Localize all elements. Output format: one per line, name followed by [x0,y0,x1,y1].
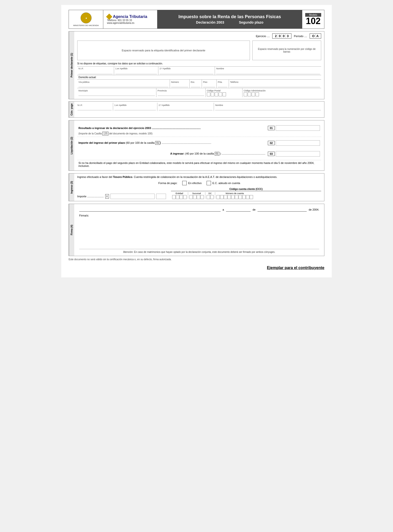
header: ⚜ MINISTERIO DE HACIENDA Agencia Tributa… [69,10,324,29]
ingreso-section: Ingreso (3) Ingreso efectuado a favor de… [69,173,324,201]
conyuge-nombre-input[interactable] [215,106,321,110]
title-declaracion: Declaración 2003 [196,20,224,24]
provincia-label: Provincia [158,89,167,92]
piso-input[interactable] [203,83,215,87]
municipio-input[interactable] [78,92,155,96]
liquidacion-row2: Importe del ingreso del primer plazo (60… [77,137,321,149]
ccc-s1 [189,195,193,199]
nombre-input[interactable] [216,70,320,74]
numero-label: Número [171,81,179,83]
primer-declarante-section: Primer declarante (1) Ejercicio .... 2 0… [69,31,324,99]
ccc-n9 [246,195,249,199]
agencia-web: www.agenciatributaria.es [107,22,134,24]
nombre-cell: Nombre [215,67,321,75]
casilla-135-ref: 135 [102,132,108,135]
firma-de-label: de [253,208,256,211]
liq-casilla-01: 01 [268,125,320,131]
liq-a-ingresar: A ingresar: [170,152,184,155]
nif-row: N.I.F. 1.er Apellido 2.º Apellido Nombre [77,66,321,75]
apellido2-cell: 2.º Apellido [158,67,215,75]
via-input[interactable] [78,83,168,87]
casilla-01-num: 01 [268,126,275,130]
conyuge-content: N.I.F. 1.er Apellido 2.º Apellido Nombre [74,101,324,117]
provincia-input[interactable] [158,92,204,96]
efectivo-checkbox[interactable] [182,181,187,185]
conyuge-ap2-cell: 2.º Apellido [157,103,214,111]
telefono-input[interactable] [230,83,320,87]
ccc-dc-label: DC [209,192,212,195]
importe-input[interactable] [110,194,155,199]
liq-row1-text: Resultado a ingresar de la declaración d… [78,127,268,129]
casilla-01-ref-row2: 01 [155,141,160,145]
modelo-block: Modelo 102 [302,10,324,29]
nif-input[interactable] [78,70,113,74]
ec-label: E.C. adeudo en cuenta [212,182,240,185]
conyuge-ap1-cell: 1.er Apellido [113,103,157,111]
etiqueta-box: Espacio reservado para la etiqueta ident… [77,41,250,60]
casilla-02-input[interactable] [276,140,320,146]
casilla-03-input[interactable] [276,151,320,157]
nombre-label: Nombre [216,67,320,70]
ccc-sucursal-boxes [189,195,204,199]
liq-row1-note: (Importe de la Casilla 135 del documento… [78,132,320,135]
ec-checkbox[interactable] [207,181,211,185]
via-row: Vía pública Número Esc. Piso Prta. [77,79,321,88]
ministerio-logo: ⚜ MINISTERIO DE HACIENDA [69,10,103,29]
modelo-number: 102 [306,17,320,26]
domicilio-label: Domicilio actual: [77,75,321,79]
importe-group: Importe ...................... I [77,194,166,199]
prta-cell: Prta. [217,80,229,88]
conyuge-ap2-input[interactable] [159,106,212,110]
periodo-char-2: A [316,34,319,38]
ingreso-label: Ingreso (3) [69,173,74,201]
ingreso-text: Ingreso efectuado a favor del Tesoro Púb… [77,175,321,178]
ccc-n2 [220,195,224,199]
casilla-01-input[interactable] [276,125,320,131]
barcode-text: Espacio reservado para la numeración por… [255,48,318,53]
escudo-icon: ⚜ [80,12,92,24]
ccc-n7 [239,195,242,199]
ccc-e4 [183,195,187,199]
ejercicio-digit-2: 0 [278,34,282,38]
casilla-03-num: 03 [268,152,275,156]
telefono-cell: Teléfono [229,80,321,88]
periodo-box: O A [310,33,321,39]
sin-etiqueta-text: Si no dispone de etiquetas, consigne los… [77,62,321,65]
firma-lugar-line [79,208,221,212]
esc-cell: Esc. [190,80,202,88]
conyuge-ap1-input[interactable] [114,106,156,110]
liq-row3-text: A ingresar: (40 por 100 de la casilla 01… [78,152,268,156]
firma-de2004-label: de 2004. [309,208,319,211]
liq-casilla-02: 02 [268,140,320,146]
footer-exemplar: Ejemplar para el contribuyente [69,266,324,270]
numero-input[interactable] [171,83,188,87]
via-label: Vía pública [78,81,90,83]
conyuge-nif-input[interactable] [77,106,112,110]
ccc-sub: Entidad Sucursal [171,192,321,199]
ccc-entidad: Entidad [171,192,188,199]
firma-s-label: Firma/s: [79,214,319,217]
ec-option[interactable]: E.C. adeudo en cuenta [207,181,240,185]
ejercicio-label: Ejercicio .... [256,35,270,38]
municipio-cell: Municipio [77,88,156,97]
liquidacion-label: Liquidación (2) [69,120,74,171]
ccc-n5 [231,195,235,199]
ccc-n10 [250,195,253,199]
conyuge-nif-label: N.I.F. [77,104,83,106]
firma-a-label: a [223,208,224,211]
ccc-n6 [235,195,238,199]
ccc-numero: Número de cuenta [215,192,254,199]
apellido1-input[interactable] [115,70,157,74]
header-title-block: Impuesto sobre la Renta de las Personas … [157,10,302,29]
conyuge-ap1-label: 1.er Apellido [114,104,127,106]
apellido2-input[interactable] [160,70,213,74]
esc-input[interactable] [191,83,200,87]
efectivo-option[interactable]: En efectivo [182,181,201,185]
cp-box-1 [207,92,210,96]
cp-cell: Código Postal [206,88,242,97]
prta-input[interactable] [218,83,227,87]
piso-cell: Piso [202,80,217,88]
ingreso-content: Ingreso efectuado a favor del Tesoro Púb… [74,173,324,201]
firma-mes-line [257,208,307,212]
page: ⚜ MINISTERIO DE HACIENDA Agencia Tributa… [61,5,332,277]
